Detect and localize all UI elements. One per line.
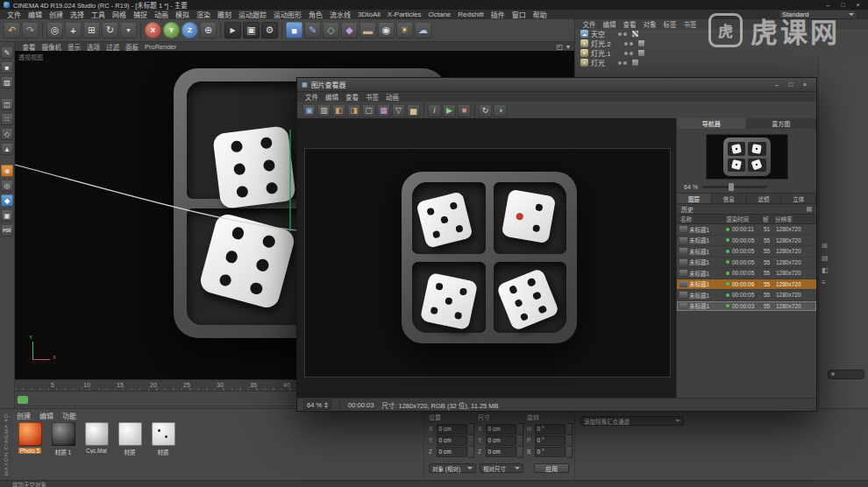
panel-grid-icon[interactable]: ⊞: [822, 242, 829, 250]
pv-menu-view[interactable]: 查看: [342, 92, 362, 102]
spinner-icon[interactable]: [567, 434, 573, 447]
position-x-field[interactable]: 0 cm: [437, 424, 468, 434]
pv-minimize-button[interactable]: –: [770, 80, 784, 89]
col-name[interactable]: 名称: [680, 215, 726, 223]
panel-split-icon[interactable]: ◧: [822, 266, 829, 274]
vp-menu-panel[interactable]: 面板: [123, 42, 142, 52]
menu-animate[interactable]: 动画: [151, 10, 172, 19]
material-item[interactable]: 材质: [117, 422, 143, 456]
target-tag-icon[interactable]: [632, 60, 638, 66]
vp-menu-display[interactable]: 显示: [65, 42, 84, 52]
col-frame[interactable]: 帧: [763, 215, 775, 223]
layout-selector[interactable]: Standard: [779, 10, 857, 19]
channels-icon[interactable]: ▦: [377, 104, 390, 117]
compare-ab-icon[interactable]: ◧: [332, 104, 345, 117]
rotation-p-field[interactable]: 0 °: [535, 435, 566, 446]
menu-edit[interactable]: 编辑: [25, 10, 46, 19]
position-y-field[interactable]: 0 cm: [437, 435, 468, 446]
visibility-dots[interactable]: [618, 32, 627, 36]
history-row[interactable]: 未标题1 00:00:05 55 1280x720: [677, 236, 816, 247]
menu-redshift[interactable]: Redshift: [454, 11, 487, 18]
apply-button[interactable]: 应用: [534, 463, 569, 473]
pv-menu-edit[interactable]: 编辑: [322, 92, 342, 102]
menu-xparticles[interactable]: X-Particles: [384, 11, 425, 18]
tab-histogram[interactable]: 直方图: [747, 118, 817, 129]
history-menu-icon[interactable]: ▤: [806, 206, 812, 213]
spinner-icon[interactable]: [518, 423, 523, 435]
tab-layers[interactable]: 图层: [677, 194, 712, 203]
menu-help[interactable]: 帮助: [530, 10, 551, 19]
slider-knob[interactable]: [729, 183, 734, 191]
add-deformer-icon[interactable]: ◆: [341, 22, 358, 39]
maximize-button[interactable]: □: [836, 1, 850, 9]
undo-icon[interactable]: ↶: [4, 22, 20, 39]
spinner-icon[interactable]: [469, 423, 474, 435]
render-settings-icon[interactable]: ⚙: [261, 22, 278, 39]
history-row[interactable]: 未标题1 00:00:05 55 1280x720: [677, 268, 816, 279]
recent-tool-icon[interactable]: ▾: [120, 22, 137, 39]
enable-axis-icon[interactable]: ⊕: [1, 165, 13, 177]
material-thumb[interactable]: [152, 422, 175, 446]
add-sky-icon[interactable]: ☁: [415, 22, 431, 39]
material-thumb[interactable]: [118, 422, 142, 446]
polygons-mode-icon[interactable]: ▲: [1, 143, 13, 155]
menu-window[interactable]: 窗口: [509, 10, 530, 19]
history-row[interactable]: 未标题1 00:00:05 55 1280x720: [677, 246, 816, 258]
pv-maximize-button[interactable]: □: [784, 80, 798, 89]
zoom-fit-icon[interactable]: ▢: [362, 104, 375, 117]
material-thumb[interactable]: [18, 422, 42, 446]
spinner-icon[interactable]: [567, 423, 573, 435]
visibility-dots[interactable]: [618, 61, 627, 65]
om-menu-edit[interactable]: 编辑: [600, 19, 619, 29]
spinner-icon[interactable]: [469, 446, 474, 458]
vp-menu-view[interactable]: 查看: [19, 42, 39, 52]
material-thumb[interactable]: [85, 422, 109, 446]
pv-menu-file[interactable]: 文件: [302, 92, 322, 102]
coordinate-system-icon[interactable]: ⊕: [200, 22, 217, 39]
col-render-time[interactable]: 渲染时间: [726, 215, 763, 223]
menu-mograph[interactable]: 运动图形: [270, 10, 305, 19]
menu-pipeline[interactable]: 流水线: [326, 10, 354, 19]
mat-menu-edit[interactable]: 编辑: [39, 411, 53, 420]
menu-render[interactable]: 渲染: [193, 10, 214, 19]
size-x-field[interactable]: 0 cm: [486, 424, 517, 434]
edges-mode-icon[interactable]: ◇: [1, 128, 13, 140]
zoom-field[interactable]: 64 %: [303, 399, 331, 410]
panel-list-icon[interactable]: ▤: [822, 254, 829, 262]
om-menu-bookmarks[interactable]: 书签: [680, 19, 700, 29]
history-row-current[interactable]: 未标题1 00:00:03 55 1280x720: [677, 301, 816, 313]
histogram-icon[interactable]: ▅: [407, 104, 420, 117]
visibility-dots[interactable]: [624, 42, 633, 46]
snap-icon[interactable]: ◆: [1, 194, 13, 207]
tab-filter[interactable]: 滤镜: [747, 194, 782, 203]
coord-mode-dropdown[interactable]: 对象 (相对): [429, 463, 476, 473]
om-menu-file[interactable]: 文件: [580, 19, 599, 29]
tab-navigator[interactable]: 导航器: [677, 118, 747, 129]
lock-x-icon[interactable]: X: [145, 22, 161, 39]
vp-menu-filter[interactable]: 过滤: [103, 42, 123, 52]
menu-octane[interactable]: Octane: [424, 11, 454, 18]
pv-menu-animation[interactable]: 动画: [382, 92, 402, 102]
menu-mesh[interactable]: 网格: [109, 10, 130, 19]
workplane-mode-icon[interactable]: ◫: [1, 98, 13, 110]
visibility-dots[interactable]: [624, 52, 633, 55]
vp-menu-options[interactable]: 选项: [84, 42, 103, 52]
om-menu-tags[interactable]: 标签: [660, 19, 679, 29]
convert-object-icon[interactable]: ✎: [1, 46, 13, 59]
add-floor-icon[interactable]: ▬: [359, 22, 376, 39]
filter-icon[interactable]: ▽: [392, 104, 405, 117]
panel-menu-icon[interactable]: ≡: [822, 279, 829, 286]
mat-menu-function[interactable]: 功能: [62, 411, 76, 420]
lock-y-icon[interactable]: Y: [163, 22, 180, 39]
size-y-field[interactable]: 0 cm: [486, 435, 517, 446]
add-light-icon[interactable]: ☀: [396, 22, 413, 39]
solo-mode-icon[interactable]: ◎: [1, 180, 13, 192]
om-menu-objects[interactable]: 对象: [640, 19, 659, 29]
minimize-button[interactable]: –: [822, 1, 835, 9]
add-camera-icon[interactable]: ◉: [378, 22, 395, 39]
history-row[interactable]: 未标题1 00:00:05 55 1280x720: [677, 290, 816, 301]
pv-menu-bookmarks[interactable]: 书签: [362, 92, 382, 102]
tab-stereo[interactable]: 立体: [781, 194, 816, 203]
lock-z-icon[interactable]: Z: [181, 22, 198, 39]
loop-icon[interactable]: ↻: [479, 104, 492, 117]
